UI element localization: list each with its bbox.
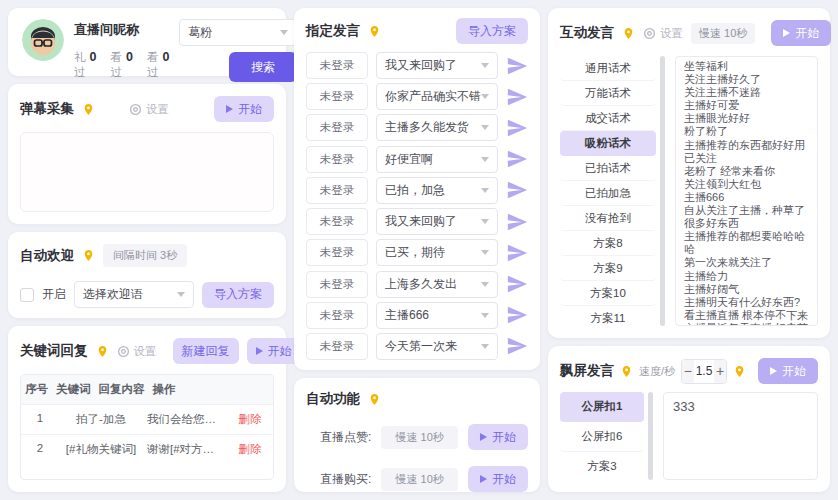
- enable-checkbox[interactable]: [20, 288, 34, 302]
- column-header: 序号: [21, 375, 52, 404]
- account-box[interactable]: 未登录: [306, 271, 368, 298]
- account-box[interactable]: 未登录: [306, 208, 368, 235]
- account-box[interactable]: 未登录: [306, 177, 368, 204]
- danmu-start-button[interactable]: 开始: [214, 96, 274, 122]
- table-row[interactable]: 1 拍了-加急 我们会给您加急发货 删除: [21, 405, 273, 435]
- row-keyword: [#礼物关键词]: [59, 435, 143, 464]
- message-select[interactable]: 主播666: [376, 302, 498, 329]
- interactive-speed-badge: 慢速 10秒: [691, 23, 755, 44]
- new-reply-button[interactable]: 新建回复: [173, 338, 239, 364]
- speed-badge: 慢速 10秒: [381, 426, 458, 449]
- auto-welcome-title: 自动欢迎: [20, 247, 74, 265]
- tab-item[interactable]: 方案10: [560, 281, 656, 306]
- danmu-capture-box[interactable]: [20, 132, 274, 212]
- message-line: 主播好可爱: [684, 99, 809, 112]
- tab-item[interactable]: 公屏扣6: [560, 422, 644, 452]
- interactive-start-button[interactable]: 开始: [771, 20, 831, 46]
- enable-label: 开启: [42, 286, 66, 303]
- send-icon[interactable]: [506, 148, 528, 170]
- message-line: 主播给力: [684, 270, 809, 283]
- account-box[interactable]: 未登录: [306, 83, 368, 110]
- tab-item[interactable]: 方案8: [560, 231, 656, 256]
- message-select[interactable]: 已拍，加急: [376, 177, 498, 204]
- function-start-button[interactable]: 开始: [468, 466, 528, 492]
- function-start-button[interactable]: 开始: [468, 424, 528, 450]
- play-icon: [480, 433, 487, 441]
- message-select[interactable]: 已买，期待: [376, 239, 498, 266]
- speed-value[interactable]: 1.5: [694, 364, 714, 378]
- account-box[interactable]: 未登录: [306, 52, 368, 79]
- welcome-select-placeholder: 选择欢迎语: [83, 286, 143, 303]
- account-box[interactable]: 未登录: [306, 333, 368, 360]
- designated-row: 未登录 我又来回购了: [306, 52, 528, 79]
- designated-row: 未登录 你家产品确实不错: [306, 83, 528, 110]
- speed-badge: 慢速 10秒: [381, 468, 458, 491]
- tab-item[interactable]: 公屏扣1: [560, 392, 644, 422]
- message-select[interactable]: 你家产品确实不错: [376, 83, 498, 110]
- chevron-down-icon: [481, 125, 489, 130]
- tab-item[interactable]: 万能话术: [560, 81, 656, 106]
- message-text: 主播666: [385, 307, 429, 324]
- delete-link[interactable]: 删除: [227, 435, 273, 464]
- send-icon[interactable]: [506, 335, 528, 357]
- message-select[interactable]: 今天第一次来: [376, 333, 498, 360]
- row-index: 2: [21, 435, 59, 464]
- send-icon[interactable]: [506, 86, 528, 108]
- start-label: 开始: [492, 429, 516, 446]
- delete-link[interactable]: 删除: [227, 405, 273, 434]
- keyword-settings[interactable]: 设置: [117, 344, 157, 359]
- table-row[interactable]: 2 [#礼物关键词] 谢谢[#对方昵称]的[... 删除: [21, 435, 273, 464]
- tabs-scrollbar[interactable]: [660, 56, 665, 326]
- fan-group-select[interactable]: 葛粉: [179, 19, 297, 46]
- tab-item[interactable]: 成交话术: [560, 106, 656, 131]
- tab-item[interactable]: 方案11: [560, 306, 656, 326]
- welcome-import-button[interactable]: 导入方案: [202, 282, 274, 308]
- interactive-message-list[interactable]: 坐等福利关注主播好久了关注主播不迷路主播好可爱主播眼光好好粉了粉了主播推荐的东西…: [675, 56, 818, 326]
- send-icon[interactable]: [506, 211, 528, 233]
- account-box[interactable]: 未登录: [306, 302, 368, 329]
- message-line: 坐等福利: [684, 60, 809, 73]
- danmu-settings[interactable]: 设置: [129, 102, 169, 117]
- tab-item[interactable]: 通用话术: [560, 56, 656, 81]
- account-box[interactable]: 未登录: [306, 114, 368, 141]
- message-select[interactable]: 我又来回购了: [376, 208, 498, 235]
- tab-item[interactable]: 已拍话术: [560, 156, 656, 181]
- tab-item[interactable]: 方案3: [560, 452, 644, 480]
- tab-item[interactable]: 没有抢到: [560, 206, 656, 231]
- message-select[interactable]: 上海多久发出: [376, 271, 498, 298]
- account-box[interactable]: 未登录: [306, 146, 368, 173]
- keyword-start-button[interactable]: 开始: [247, 338, 301, 364]
- message-select[interactable]: 好便宜啊: [376, 146, 498, 173]
- send-icon[interactable]: [506, 117, 528, 139]
- tabs-scrollbar[interactable]: [648, 392, 653, 480]
- message-line: 关注主播不迷路: [684, 86, 809, 99]
- send-icon[interactable]: [506, 179, 528, 201]
- send-icon[interactable]: [506, 242, 528, 264]
- search-button[interactable]: 搜索: [229, 52, 297, 82]
- floating-content-box[interactable]: 333: [663, 392, 818, 480]
- send-icon[interactable]: [506, 304, 528, 326]
- interactive-settings[interactable]: 设置: [643, 26, 683, 41]
- tab-item[interactable]: 吸粉话术: [560, 131, 656, 156]
- designated-row: 未登录 我又来回购了: [306, 208, 528, 235]
- auto-function-row: 直播点赞: 慢速 10秒 开始: [306, 424, 528, 450]
- designated-import-button[interactable]: 导入方案: [456, 18, 528, 44]
- welcome-phrase-select[interactable]: 选择欢迎语: [74, 281, 194, 308]
- message-select[interactable]: 我又来回购了: [376, 52, 498, 79]
- pin-icon: [82, 249, 95, 262]
- keyword-reply-panel: 关键词回复 设置 新建回复 开始 序号关键词回复内容操作 1: [8, 326, 286, 492]
- account-box[interactable]: 未登录: [306, 239, 368, 266]
- send-icon[interactable]: [506, 273, 528, 295]
- message-line: 关注领到大红包: [684, 178, 809, 191]
- tab-item[interactable]: 方案9: [560, 256, 656, 281]
- send-icon[interactable]: [506, 55, 528, 77]
- start-label: 开始: [492, 471, 516, 488]
- minus-button[interactable]: −: [682, 360, 694, 383]
- floating-start-button[interactable]: 开始: [758, 358, 818, 384]
- chevron-down-icon: [481, 63, 489, 68]
- message-line: 看主播直播 根本停不下来: [684, 309, 809, 322]
- designated-row: 未登录 好便宜啊: [306, 146, 528, 173]
- tab-item[interactable]: 已拍加急: [560, 181, 656, 206]
- message-select[interactable]: 主播多久能发货: [376, 114, 498, 141]
- plus-button[interactable]: +: [714, 360, 726, 383]
